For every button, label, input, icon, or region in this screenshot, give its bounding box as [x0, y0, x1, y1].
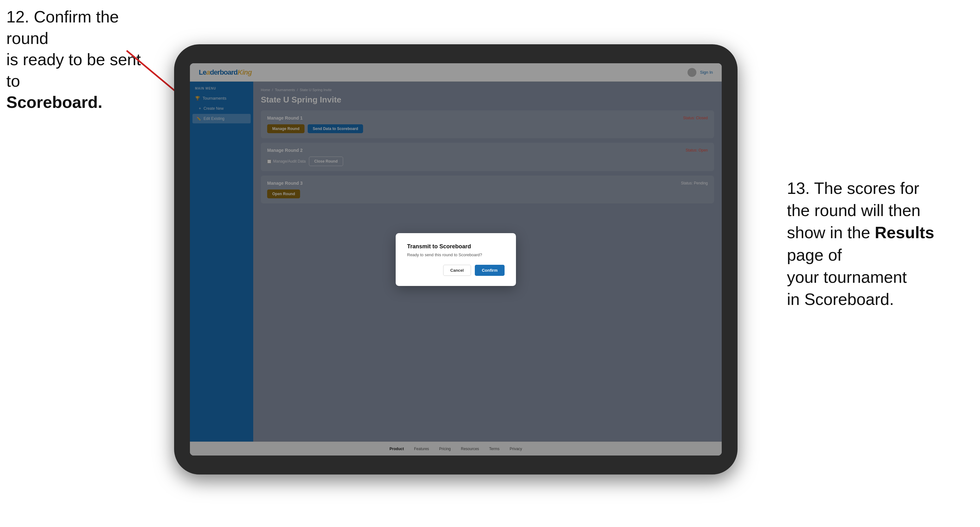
modal-subtitle: Ready to send this round to Scoreboard? — [407, 252, 504, 257]
modal-buttons: Cancel Confirm — [407, 265, 504, 276]
main-content: MAIN MENU 🏆 Tournaments + Create New ✏️ … — [190, 82, 722, 441]
page-content: Home / Tournaments / State U Spring Invi… — [253, 82, 722, 441]
modal-confirm-button[interactable]: Confirm — [475, 265, 504, 276]
modal-cancel-button[interactable]: Cancel — [443, 265, 471, 276]
modal-title: Transmit to Scoreboard — [407, 243, 504, 250]
modal-overlay: Transmit to Scoreboard Ready to send thi… — [253, 82, 722, 441]
transmit-modal: Transmit to Scoreboard Ready to send thi… — [396, 233, 516, 286]
instruction-top: 12. Confirm the round is ready to be sen… — [6, 6, 158, 113]
tablet-device: LeaderboardKing Sign In MAIN MENU 🏆 Tour… — [174, 44, 738, 475]
tablet-screen: LeaderboardKing Sign In MAIN MENU 🏆 Tour… — [190, 63, 722, 456]
instruction-right: 13. The scores for the round will then s… — [787, 177, 964, 310]
